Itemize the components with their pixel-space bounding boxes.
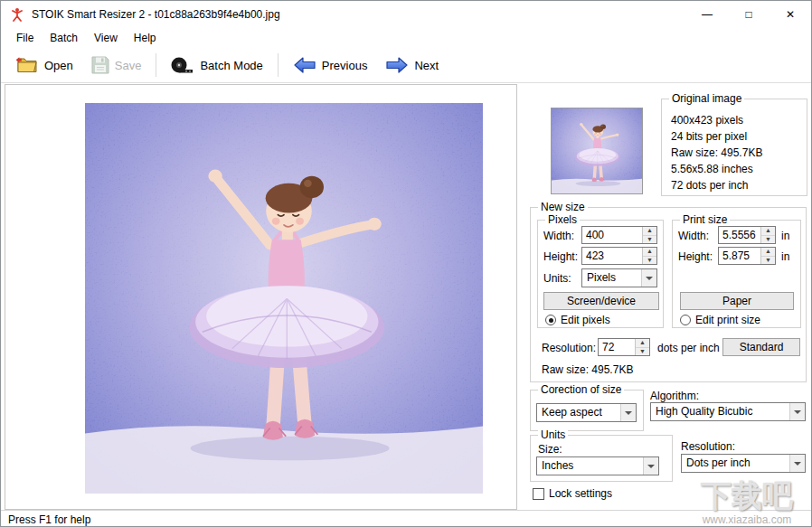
window-title: STOIK Smart Resizer 2 - t01c88a263b9f4e4… <box>32 8 280 21</box>
units-resolution-combo[interactable]: Dots per inch <box>681 454 806 473</box>
next-icon <box>385 56 409 74</box>
lock-settings-checkbox[interactable]: Lock settings <box>533 487 612 500</box>
pixel-units-label: Units: <box>543 272 571 285</box>
spin-down-icon[interactable] <box>643 236 656 244</box>
batch-mode-icon <box>171 55 194 75</box>
original-image-legend: Original image <box>669 92 744 105</box>
correction-of-size-group: Corection of size Keep aspect <box>530 390 644 431</box>
batch-mode-button[interactable]: Batch Mode <box>162 52 271 79</box>
print-width-label: Width: <box>678 230 709 242</box>
new-size-group: New size Pixels Width: Height: Units: Pi… <box>530 207 807 382</box>
previous-label: Previous <box>322 59 368 72</box>
spin-up-icon[interactable] <box>636 339 649 348</box>
open-icon <box>15 56 39 74</box>
print-width-spinner <box>718 226 776 244</box>
spin-up-icon[interactable] <box>643 248 656 257</box>
original-resolution: 72 dots per inch <box>671 177 801 193</box>
original-print-size: 5.56x5.88 inches <box>671 161 801 177</box>
pixel-width-label: Width: <box>543 230 574 242</box>
chevron-down-icon <box>789 455 805 472</box>
minimize-button[interactable]: — <box>686 1 728 28</box>
window-controls: — □ ✕ <box>686 1 811 28</box>
menu-help[interactable]: Help <box>126 30 165 46</box>
pixel-height-input[interactable] <box>582 248 642 264</box>
ballerina-image <box>85 103 483 494</box>
units-size-value: Inches <box>537 457 643 475</box>
spin-down-icon[interactable] <box>636 348 649 356</box>
print-size-legend: Print size <box>680 213 730 226</box>
save-button[interactable]: Save <box>82 52 151 78</box>
print-height-unit: in <box>781 250 789 263</box>
pixel-height-spinner <box>581 247 657 265</box>
edit-pixels-label: Edit pixels <box>561 314 610 326</box>
maximize-button[interactable]: □ <box>728 1 770 28</box>
batch-mode-label: Batch Mode <box>200 59 262 72</box>
standard-button[interactable]: Standard <box>722 338 800 356</box>
pixel-width-spinner <box>581 226 657 244</box>
open-button[interactable]: Open <box>6 52 82 78</box>
status-text: Press F1 for help <box>8 513 90 526</box>
next-label: Next <box>414 59 439 72</box>
print-height-input[interactable] <box>719 248 760 264</box>
previous-button[interactable]: Previous <box>284 52 377 78</box>
radio-selected-icon <box>545 315 556 325</box>
original-bit-depth: 24 bits per pixel <box>671 128 801 145</box>
menu-file[interactable]: File <box>8 30 42 46</box>
correction-value: Keep aspect <box>537 404 620 421</box>
next-button[interactable]: Next <box>376 52 448 78</box>
print-height-label: Height: <box>678 250 713 263</box>
open-label: Open <box>44 59 73 72</box>
toolbar: Open Save Batch Mode <box>1 48 811 83</box>
screen-device-button[interactable]: Screen/device <box>543 292 659 310</box>
new-raw-size-label: Raw size: 495.7KB <box>542 363 633 376</box>
spin-up-icon[interactable] <box>761 227 775 236</box>
algorithm-combo[interactable]: High Quality Bicubic <box>650 402 806 421</box>
pixel-units-combo[interactable]: Pixels <box>581 268 657 287</box>
pixel-width-input[interactable] <box>582 227 642 243</box>
menu-batch[interactable]: Batch <box>42 30 86 46</box>
chevron-down-icon <box>641 269 656 287</box>
save-icon <box>91 56 109 74</box>
toolbar-separator <box>156 53 156 77</box>
edit-print-size-radio[interactable]: Edit print size <box>680 314 760 326</box>
print-size-group: Print size Width: in Height: in Paper Ed… <box>672 220 801 328</box>
spin-up-icon[interactable] <box>643 227 656 236</box>
pixel-units-value: Pixels <box>582 269 641 287</box>
close-button[interactable]: ✕ <box>770 1 811 28</box>
resolution-unit-label: dots per inch <box>657 342 720 354</box>
correction-combo[interactable]: Keep aspect <box>536 403 637 422</box>
original-image-group: Original image 400x423 pixels 24 bits pe… <box>661 99 807 196</box>
correction-of-size-legend: Corection of size <box>538 383 624 396</box>
toolbar-separator <box>278 53 279 77</box>
pixels-group: Pixels Width: Height: Units: Pixels Scre… <box>537 220 664 328</box>
settings-panel: Original image 400x423 pixels 24 bits pe… <box>524 84 812 510</box>
units-size-label: Size: <box>538 443 562 456</box>
chevron-down-icon <box>620 404 636 421</box>
units-group: Units Size: Inches <box>530 435 673 482</box>
algorithm-label: Algorithm: <box>650 390 699 402</box>
spin-down-icon[interactable] <box>761 257 775 265</box>
units-resolution-value: Dots per inch <box>682 455 789 472</box>
edit-pixels-radio[interactable]: Edit pixels <box>545 314 610 326</box>
radio-unselected-icon <box>680 315 691 325</box>
menu-view[interactable]: View <box>86 30 126 46</box>
pixel-height-label: Height: <box>543 250 578 263</box>
image-thumbnail <box>551 108 643 194</box>
print-width-input[interactable] <box>719 227 760 243</box>
statusbar: Press F1 for help <box>1 510 811 527</box>
menubar: File Batch View Help <box>1 28 811 48</box>
checkbox-icon <box>533 488 544 500</box>
spin-down-icon[interactable] <box>643 257 656 265</box>
spin-up-icon[interactable] <box>761 248 775 257</box>
original-raw-size: Raw size: 495.7KB <box>671 145 801 161</box>
image-canvas <box>5 84 517 510</box>
units-size-combo[interactable]: Inches <box>536 456 659 475</box>
units-legend: Units <box>538 428 568 441</box>
paper-button[interactable]: Paper <box>680 292 794 310</box>
print-width-unit: in <box>781 230 789 242</box>
resolution-input[interactable] <box>599 339 635 355</box>
app-icon <box>10 7 24 22</box>
print-height-spinner <box>718 247 776 265</box>
pixels-legend: Pixels <box>545 213 580 226</box>
spin-down-icon[interactable] <box>761 236 775 244</box>
